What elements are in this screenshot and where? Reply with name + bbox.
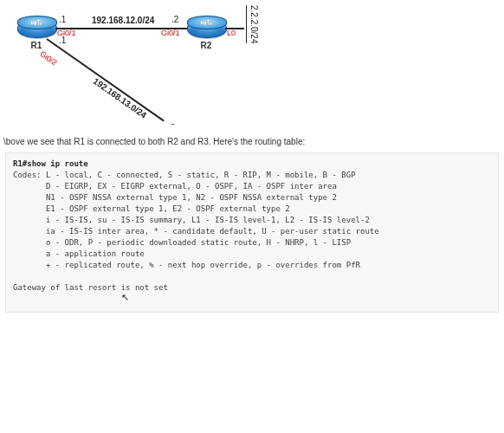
r2-lo-iface: L0	[227, 29, 236, 37]
router-r2-label: R2	[187, 41, 225, 50]
router-r1: ⇆⇅ R1	[17, 16, 55, 40]
r1-r3-r1-octet: .1	[59, 36, 66, 45]
link-r1-r3	[46, 38, 164, 121]
terminal-command: R1#show ip route	[13, 159, 88, 168]
terminal-line: o - ODR, P - periodic downloaded static …	[13, 238, 351, 247]
router-r2: ⇆⇅ R2	[187, 16, 225, 40]
r1-r2-r2-iface: Gi0/1	[161, 29, 180, 37]
terminal-line: E1 - OSPF external type 1, E2 - OSPF ext…	[13, 204, 290, 213]
terminal-line: ia - IS-IS inter area, * - candidate def…	[13, 227, 379, 236]
r1-r2-r1-octet: .1	[59, 15, 66, 24]
terminal-output: R1#show ip route Codes: L - local, C - c…	[5, 152, 499, 313]
r1-r2-r2-octet: .2	[171, 15, 178, 24]
canvas: ⇆⇅ R1 ⇆⇅ R2 .1 Gi0/1 192.168.12.0/24 .2 …	[0, 0, 504, 433]
r1-r2-network: 192.168.12.0/24	[92, 16, 154, 25]
cursor-icon: ↖	[121, 292, 129, 303]
r1-r3-network: 192.168.13.0/24	[92, 76, 149, 120]
terminal-line: Codes: L - local, C - connected, S - sta…	[13, 171, 356, 179]
terminal-line: Gateway of last resort is not set	[13, 283, 168, 292]
router-arrows-icon: ⇆⇅	[17, 16, 55, 29]
r2-lo-network: 2.2.2.0/24	[249, 5, 259, 43]
r1-r3-r1-iface: Gi0/2	[38, 49, 58, 68]
terminal-line: a - application route	[13, 249, 145, 258]
lo-terminator	[246, 5, 247, 43]
description-text: \bove we see that R1 is connected to bot…	[3, 137, 305, 146]
terminal-line: + - replicated route, % - next hop overr…	[13, 261, 360, 269]
router-arrows-icon: ⇆⇅	[187, 16, 225, 29]
terminal-line: D - EIGRP, EX - EIGRP external, O - OSPF…	[13, 182, 337, 191]
r1-r3-r3-end: -	[171, 119, 174, 128]
terminal-line: i - IS-IS, su - IS-IS summary, L1 - IS-I…	[13, 216, 370, 224]
terminal-line: N1 - OSPF NSSA external type 1, N2 - OSP…	[13, 193, 337, 202]
